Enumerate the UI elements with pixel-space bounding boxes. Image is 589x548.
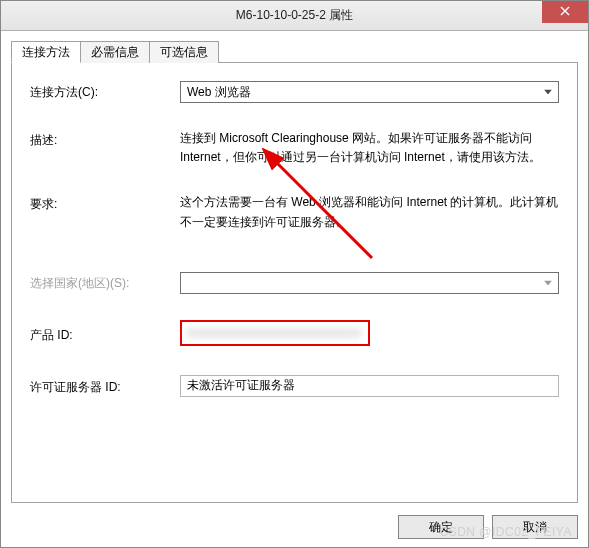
country-label: 选择国家(地区)(S): (30, 272, 180, 292)
product-id-redacted (180, 320, 370, 346)
product-id-label: 产品 ID: (30, 324, 180, 344)
requirement-label: 要求: (30, 193, 180, 213)
close-icon (560, 5, 570, 19)
connection-method-label: 连接方法(C): (30, 81, 180, 101)
tab-optional-info[interactable]: 可选信息 (149, 41, 219, 63)
close-button[interactable] (542, 1, 588, 23)
window-title: M6-10-10-0-25-2 属性 (236, 7, 353, 24)
requirement-text: 这个方法需要一台有 Web 浏览器和能访问 Internet 的计算机。此计算机… (180, 193, 559, 231)
ok-button[interactable]: 确定 (398, 515, 484, 539)
license-server-id-field: 未激活许可证服务器 (180, 375, 559, 397)
connection-method-value: Web 浏览器 (187, 84, 251, 101)
tab-strip: 连接方法 必需信息 可选信息 (11, 41, 578, 63)
cancel-button[interactable]: 取消 (492, 515, 578, 539)
license-server-id-label: 许可证服务器 ID: (30, 376, 180, 396)
country-select[interactable] (180, 272, 559, 294)
connection-method-select[interactable]: Web 浏览器 (180, 81, 559, 103)
chevron-down-icon (544, 90, 552, 95)
tab-connection-method[interactable]: 连接方法 (11, 41, 81, 63)
dialog-buttons: 确定 取消 (398, 515, 578, 539)
description-text: 连接到 Microsoft Clearinghouse 网站。如果许可证服务器不… (180, 129, 559, 167)
titlebar: M6-10-10-0-25-2 属性 (1, 1, 588, 31)
tab-panel: 连接方法(C): Web 浏览器 描述: 连接到 Microsoft Clear… (11, 63, 578, 503)
license-server-id-value: 未激活许可证服务器 (187, 377, 295, 394)
description-label: 描述: (30, 129, 180, 149)
tab-required-info[interactable]: 必需信息 (80, 41, 150, 63)
chevron-down-icon (544, 280, 552, 285)
